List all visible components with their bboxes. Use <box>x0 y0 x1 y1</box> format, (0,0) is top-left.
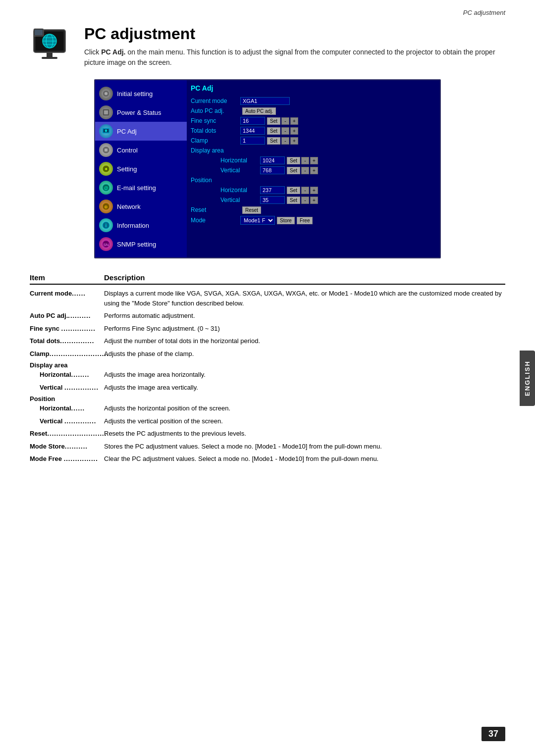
position-vertical-row: Vertical 35 Set - + <box>191 195 436 205</box>
pos-v-plus-button[interactable]: + <box>310 197 318 204</box>
clamp-set-button[interactable]: Set <box>267 137 280 145</box>
sidebar-item-control[interactable]: Control <box>95 141 187 159</box>
desc-term: Horizontal........ <box>30 370 104 380</box>
information-icon: i <box>99 218 113 232</box>
fine-sync-plus-button[interactable]: + <box>290 117 298 125</box>
snmp-setting-icon: SN <box>99 237 113 251</box>
sidebar-item-initial-setting[interactable]: Initial setting <box>95 84 187 103</box>
sidebar-item-pc-adj[interactable]: PC Adj <box>95 122 187 141</box>
auto-pc-adj-button[interactable]: Auto PC adj. <box>242 107 276 115</box>
display-area-horizontal-value: 1024 <box>260 156 285 164</box>
desc-term: Clamp.......................... <box>30 349 104 359</box>
pc-adjustment-icon <box>30 25 74 69</box>
page-title: PC adjustment <box>84 25 505 43</box>
desc-fine-sync: Fine sync ............... Performs Fine … <box>30 324 505 334</box>
clamp-minus-button[interactable]: - <box>281 137 289 145</box>
position-section-header: Position <box>30 395 505 403</box>
pos-h-minus-button[interactable]: - <box>301 187 309 194</box>
display-area-header: Display area <box>191 146 436 155</box>
desc-term: Fine sync ............... <box>30 324 104 334</box>
display-h-minus-button[interactable]: - <box>301 157 309 164</box>
fine-sync-minus-button[interactable]: - <box>281 117 289 125</box>
sidebar-item-label: Network <box>117 203 141 210</box>
svg-text:✦: ✦ <box>104 166 108 172</box>
pos-h-plus-button[interactable]: + <box>310 187 318 194</box>
svg-rect-10 <box>35 30 43 35</box>
svg-rect-14 <box>104 110 108 114</box>
desc-def: Adjusts the vertical position of the scr… <box>104 416 505 426</box>
desc-auto-pc-adj: Auto PC adj........... Performs automati… <box>30 311 505 321</box>
desc-def: Adjust the number of total dots in the h… <box>104 336 505 346</box>
description-section: Item Description Current mode...... Disp… <box>30 273 505 464</box>
display-v-minus-button[interactable]: - <box>301 167 309 174</box>
desc-display-vertical: Vertical ............... Adjusts the ima… <box>30 383 505 393</box>
display-area-vertical-value: 768 <box>260 166 285 174</box>
desc-total-dots: Total dots............... Adjust the num… <box>30 336 505 346</box>
pos-v-minus-button[interactable]: - <box>301 197 309 204</box>
auto-pc-adj-label: Auto PC adj. <box>191 107 240 114</box>
desc-mode-store: Mode Store.......... Stores the PC adjus… <box>30 442 505 452</box>
display-v-plus-button[interactable]: + <box>310 167 318 174</box>
sidebar-item-label: Control <box>117 147 138 154</box>
sidebar-item-information[interactable]: i Information <box>95 216 187 235</box>
mode-store-button[interactable]: Store <box>277 217 295 224</box>
display-area-vertical-label: Vertical <box>220 167 260 174</box>
sidebar-item-setting[interactable]: ✦ Setting <box>95 159 187 178</box>
display-v-set-button[interactable]: Set <box>287 167 300 174</box>
svg-rect-2 <box>47 52 53 57</box>
pc-adj-icon <box>99 124 113 138</box>
total-dots-plus-button[interactable]: + <box>290 127 298 135</box>
fine-sync-label: Fine sync <box>191 117 240 124</box>
sidebar: Initial setting Power & Status PC Adj Co… <box>95 80 187 257</box>
clamp-plus-button[interactable]: + <box>290 137 298 145</box>
reset-row: Reset Reset <box>191 205 436 215</box>
reset-button[interactable]: Reset <box>242 206 261 214</box>
mode-free-button[interactable]: Free <box>297 217 313 224</box>
network-icon: ⊕ <box>99 200 113 213</box>
total-dots-minus-button[interactable]: - <box>281 127 289 135</box>
desc-def: Stores the PC adjustment values. Select … <box>104 442 505 452</box>
desc-def: Adjusts the horizontal position of the s… <box>104 403 505 413</box>
desc-def: Resets the PC adjustments to the previou… <box>104 429 505 439</box>
desc-mode-free: Mode Free ............... Clear the PC a… <box>30 454 505 464</box>
desc-term: Mode Free ............... <box>30 454 104 464</box>
display-area-vertical-row: Vertical 768 Set - + <box>191 165 436 175</box>
desc-def: Adjusts the phase of the clamp. <box>104 349 505 359</box>
desc-def: Adjusts the image area vertically. <box>104 383 505 393</box>
sidebar-item-email-setting[interactable]: @ E-mail setting <box>95 178 187 197</box>
sidebar-item-network[interactable]: ⊕ Network <box>95 197 187 216</box>
control-icon <box>99 143 113 157</box>
desc-term: Mode Store.......... <box>30 442 104 452</box>
position-horizontal-value: 237 <box>260 186 285 194</box>
desc-display-horizontal: Horizontal........ Adjusts the image are… <box>30 370 505 380</box>
pos-h-set-button[interactable]: Set <box>287 187 300 194</box>
sidebar-item-power-status[interactable]: Power & Status <box>95 103 187 122</box>
clamp-value: 1 <box>240 137 265 145</box>
desc-term: Total dots............... <box>30 336 104 346</box>
desc-clamp: Clamp.......................... Adjusts … <box>30 349 505 359</box>
desc-def: Performs Fine Sync adjustment. (0 ~ 31) <box>104 324 505 334</box>
total-dots-set-button[interactable]: Set <box>267 127 280 135</box>
display-area-horizontal-row: Horizontal 1024 Set - + <box>191 155 436 165</box>
desc-position-horizontal: Horizontal...... Adjusts the horizontal … <box>30 403 505 413</box>
sidebar-item-label: Initial setting <box>117 90 153 98</box>
current-mode-value: XGA1 <box>240 97 290 105</box>
current-mode-label: Current mode <box>191 98 240 104</box>
pos-v-set-button[interactable]: Set <box>287 197 300 204</box>
header-section: PC adjustment Click PC Adj. on the main … <box>30 25 505 69</box>
sidebar-item-label: SNMP setting <box>117 241 156 248</box>
mode-select[interactable]: Mode1 Free Mode2 Mode3 <box>240 216 275 225</box>
display-h-set-button[interactable]: Set <box>287 157 300 164</box>
display-area-section-header: Display area <box>30 361 505 369</box>
display-h-plus-button[interactable]: + <box>310 157 318 164</box>
sidebar-item-label: E-mail setting <box>117 184 156 192</box>
desc-def: Displays a current mode like VGA, SVGA, … <box>104 289 505 308</box>
svg-point-17 <box>105 130 107 132</box>
desc-def: Clear the PC adjustment values. Select a… <box>104 454 505 464</box>
svg-text:@: @ <box>104 186 108 191</box>
sidebar-item-label: PC Adj <box>117 128 137 135</box>
sidebar-item-snmp-setting[interactable]: SN SNMP setting <box>95 235 187 253</box>
fine-sync-set-button[interactable]: Set <box>267 117 280 125</box>
page-number: 37 <box>482 727 505 741</box>
total-dots-value: 1344 <box>240 127 265 135</box>
